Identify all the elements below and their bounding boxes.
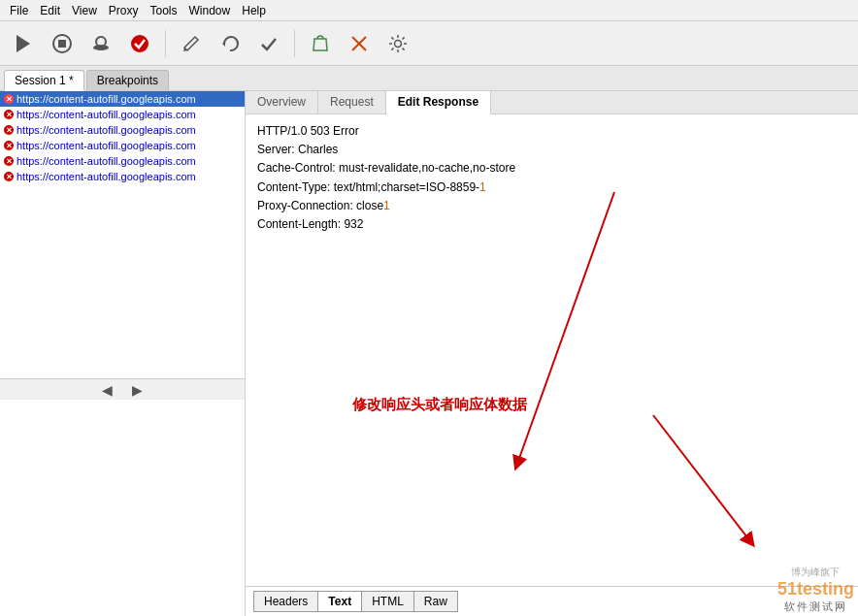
bottom-tabs-area: Headers Text HTML Raw [246, 586, 858, 616]
toolbar-cart-btn[interactable] [303, 26, 338, 61]
list-item[interactable]: ✕ https://content-autofill.googleapis.co… [0, 169, 245, 184]
left-panel: ✕ https://content-autofill.googleapis.co… [0, 91, 246, 616]
menu-edit[interactable]: Edit [34, 2, 66, 19]
menu-help[interactable]: Help [236, 2, 272, 19]
menubar: File Edit View Proxy Tools Window Help [0, 0, 858, 21]
menu-view[interactable]: View [66, 2, 103, 19]
error-dot: ✕ [4, 156, 14, 166]
menu-proxy[interactable]: Proxy [103, 2, 145, 19]
list-item[interactable]: ✕ https://content-autofill.googleapis.co… [0, 107, 245, 122]
tab-request[interactable]: Request [318, 91, 386, 113]
bottom-tab-box: Headers Text HTML Raw [253, 591, 458, 612]
right-panel: Overview Request Edit Response HTTP/1.0 … [246, 91, 858, 616]
tab-raw[interactable]: Raw [414, 592, 457, 611]
watermark-subtitle: 软件测试网 [777, 600, 854, 614]
list-item[interactable]: ✕ https://content-autofill.googleapis.co… [0, 91, 245, 107]
watermark: 博为峰旗下 51testing 软件测试网 [777, 566, 854, 614]
tab-headers[interactable]: Headers [254, 592, 318, 611]
response-headers: HTTP/1.0 503 Error Server: Charles Cache… [246, 114, 858, 586]
menu-window[interactable]: Window [183, 2, 237, 19]
left-panel-nav: ◀ ▶ [0, 378, 245, 400]
response-line-1: HTTP/1.0 503 Error [257, 122, 846, 141]
nav-left-btn[interactable]: ◀ [96, 380, 118, 400]
tab-html[interactable]: HTML [362, 592, 414, 611]
error-dot: ✕ [4, 125, 14, 135]
response-line-4: Content-Type: text/html;charset=ISO-8859… [257, 178, 846, 197]
error-dot: ✕ [4, 172, 14, 181]
svg-point-5 [131, 35, 148, 52]
svg-point-9 [395, 40, 402, 47]
toolbar-spy-btn[interactable] [83, 26, 118, 61]
list-item[interactable]: ✕ https://content-autofill.googleapis.co… [0, 138, 245, 153]
tab-text[interactable]: Text [318, 592, 362, 611]
error-dot: ✕ [4, 141, 14, 150]
tab-edit-response[interactable]: Edit Response [386, 91, 491, 114]
toolbar-sep-2 [294, 30, 295, 57]
toolbar-edit-btn[interactable] [174, 26, 209, 61]
response-line-2: Server: Charles [257, 141, 846, 159]
svg-rect-2 [58, 40, 66, 48]
list-item[interactable]: ✕ https://content-autofill.googleapis.co… [0, 153, 245, 169]
toolbar-check-red-btn[interactable] [122, 26, 157, 61]
toolbar-sep-1 [165, 30, 166, 57]
watermark-brand: 51testing [777, 579, 854, 600]
svg-marker-0 [16, 35, 30, 52]
toolbar-refresh-btn[interactable] [213, 26, 248, 61]
session-tabbar: Session 1 * Breakpoints [0, 66, 858, 91]
watermark-label: 博为峰旗下 [777, 566, 854, 579]
toolbar-ok-btn[interactable] [251, 26, 286, 61]
bottom-tabs-row: Headers Text HTML Raw [246, 587, 858, 616]
tab-overview[interactable]: Overview [246, 91, 318, 113]
toolbar [0, 21, 858, 66]
toolbar-gear-btn[interactable] [380, 26, 415, 61]
toolbar-tools-btn[interactable] [342, 26, 377, 61]
response-line-5: Proxy-Connection: close1 [257, 197, 846, 215]
toolbar-start-btn[interactable] [6, 26, 41, 61]
response-line-3: Cache-Control: must-revalidate,no-cache,… [257, 159, 846, 178]
list-item[interactable]: ✕ https://content-autofill.googleapis.co… [0, 122, 245, 138]
tab-session[interactable]: Session 1 * [4, 70, 84, 91]
menu-file[interactable]: File [4, 2, 34, 19]
response-line-6: Content-Length: 932 [257, 215, 846, 234]
right-tabbar: Overview Request Edit Response [246, 91, 858, 114]
nav-right-btn[interactable]: ▶ [126, 380, 148, 400]
toolbar-stop-btn[interactable] [45, 26, 80, 61]
menu-tools[interactable]: Tools [145, 2, 183, 19]
right-content: HTTP/1.0 503 Error Server: Charles Cache… [246, 114, 858, 616]
error-dot: ✕ [4, 94, 14, 104]
main-content: ✕ https://content-autofill.googleapis.co… [0, 91, 858, 616]
error-dot: ✕ [4, 110, 14, 119]
tab-breakpoints[interactable]: Breakpoints [86, 70, 169, 90]
svg-point-4 [93, 45, 109, 50]
